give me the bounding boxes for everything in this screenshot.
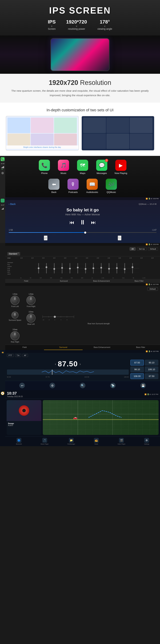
surround-default-button[interactable]: Default	[147, 287, 158, 291]
eq-sec-bass-enh[interactable]: Bass Enhancement	[82, 280, 120, 282]
progress-bar[interactable]	[9, 232, 156, 233]
radio-settings-icon: ⚙	[50, 383, 55, 388]
surround-knobs: 1.5ms Front Left 1.5ms Front Right	[9, 293, 38, 343]
app-item-nowplaying[interactable]: ▶ Now Playing	[111, 158, 130, 176]
radio-freq-prev[interactable]: ‹	[55, 362, 56, 366]
player-layout: 🎵 11:17 📶 🔋18 3:05 PM ‹ Bac	[0, 197, 160, 243]
svg-point-6	[46, 266, 47, 268]
nav-status-wifi: 📶	[144, 394, 146, 395]
radio-rbb-signal[interactable]: 📡	[110, 383, 116, 388]
radio-rbb-back[interactable]: ↩	[19, 383, 25, 388]
radio-rbb-settings[interactable]: ⚙	[50, 383, 55, 388]
carplay-layout: 📞 11:10 4G 📞 Phone 🎵	[0, 156, 160, 197]
app-item-music[interactable]: 🎵 Music	[54, 158, 73, 176]
radio-rbb-save[interactable]: 💾	[140, 383, 146, 388]
eq-tab-setup[interactable]: Set Up	[137, 247, 147, 251]
radio-preset-2[interactable]: 90.10	[145, 360, 158, 366]
svg-text:0: 0	[54, 319, 55, 320]
eq-db-labels: 2.0 2.0 2.0 2.0 2.0 2.0 2.0 2.0 2.0 2.0 …	[16, 257, 158, 259]
nav-bb-music[interactable]: 🎵 Music Player	[41, 438, 49, 445]
ips-title: IPS SCREEN	[4, 5, 156, 16]
nav-music-info: Songo Author	[6, 421, 42, 428]
ui-image-light: Bright color interfaces clearer during t…	[6, 116, 79, 151]
eq-folk: Folk	[7, 268, 16, 269]
app-item-phone[interactable]: 📞 Phone	[35, 158, 54, 176]
knob-rr-label: Rear Right	[11, 341, 19, 343]
eq-preset-bar: Standard ˅	[5, 251, 160, 256]
radio-preset-4[interactable]: 106.10	[145, 366, 158, 372]
knob-front-right: 1.5ms Front Right	[25, 293, 37, 308]
surround-tab-bass-filter[interactable]: Bass Filter	[122, 345, 160, 350]
app-item-qqmusic[interactable]: 🎶 QQMusic	[102, 176, 121, 196]
tablet-mockup	[50, 38, 110, 71]
radio-af-button[interactable]: AF	[22, 354, 28, 357]
eq-tab-default[interactable]: Default	[148, 247, 158, 251]
knob-rear-right: 3.5ms Rear Right	[9, 328, 21, 343]
radio-section: 📻 📶 🔋18 3:07 PM PTT T.A AF ‹ 87.50 ›	[0, 350, 160, 390]
s3	[3, 208, 4, 210]
music-app-label: Music	[60, 172, 66, 174]
knob-ss[interactable]	[12, 312, 18, 318]
radio-ta-button[interactable]: T.A	[15, 354, 21, 357]
app-item-podcasts[interactable]: 🎙 Podcasts	[64, 176, 82, 196]
radio-bottom-bar: ↩ ⚙ 🔍 📡 💾	[5, 381, 160, 390]
radio-rbb-search[interactable]: 🔍	[80, 383, 86, 388]
ui-cell-2	[31, 118, 54, 133]
eq-tab-all[interactable]: All	[130, 247, 136, 251]
player-play-button[interactable]: ⏸	[80, 219, 86, 226]
freq-1k: 1k	[92, 277, 93, 278]
app-item-audiobooks[interactable]: 📖 Audiobooks	[82, 176, 102, 196]
nav-bb-radio[interactable]: 📻 Radio	[94, 438, 99, 445]
radio-preset-5[interactable]: 108.00	[130, 373, 144, 379]
knob-rl[interactable]	[26, 314, 36, 322]
surround-tab-surround[interactable]: Surround	[44, 345, 83, 350]
nav-bb-files[interactable]: 📁 FileManager	[67, 438, 75, 445]
nav-bb-video[interactable]: 🎬 Video Player	[118, 438, 126, 445]
knob-rl-label: Rear Left	[28, 323, 34, 325]
knob-fr[interactable]	[26, 296, 36, 305]
radio-preset-6[interactable]: 87.50	[145, 373, 158, 379]
spec-angle-x: x	[98, 25, 112, 28]
eq-status-battery: 🔋18	[148, 244, 152, 245]
freq-320: 320	[60, 277, 62, 278]
radio-main-area: 📶 🔋18 3:07 PM PTT T.A AF ‹ 87.50 ›	[5, 350, 160, 390]
player-next-button[interactable]: ⏭	[91, 220, 96, 225]
app-item-maps[interactable]: 🗺 Maps	[73, 158, 92, 176]
spec-res-label: resolving power	[66, 28, 87, 30]
eq-layout: 📶 🔋18 3:05 PM All Set Up Default Standar…	[0, 243, 160, 283]
knob-fl[interactable]	[10, 296, 20, 305]
player-prev-button[interactable]: ⏮	[70, 220, 74, 225]
eq-status-time: 3:05 PM	[153, 244, 158, 245]
radio-preset-1[interactable]: 87.50	[130, 360, 144, 366]
radio-layout: 📻 📶 🔋18 3:07 PM PTT T.A AF ‹ 87.50 ›	[0, 350, 160, 390]
eq-sec-field[interactable]: Field	[7, 280, 45, 282]
eq-r2b: R2B	[7, 270, 16, 271]
player-shuffle-button[interactable]: ⇄	[44, 236, 48, 240]
eq-sec-bass-filter[interactable]: Bass Filter	[120, 280, 158, 282]
nav-status-battery: 🔋16	[147, 394, 151, 395]
nav-time-display: 10:37 Tuesday 2022.09.25	[7, 391, 23, 398]
ui-custom-title: In-depth customization of two sets of UI	[4, 108, 156, 112]
radio-freq-next[interactable]: ›	[80, 362, 81, 366]
nav-bb-settings[interactable]: ⚙ Settings	[144, 438, 149, 445]
player-repeat-button[interactable]: ↻	[118, 236, 122, 240]
knob-rr[interactable]	[10, 331, 20, 340]
maps-app-icon: 🗺	[77, 160, 88, 171]
eq-main: All Set Up Default Standard ˅ User 2.0 2…	[5, 246, 160, 283]
radio-preset-3[interactable]: 98.10	[130, 366, 144, 372]
surround-section: 📶 🔋18 3:07 PM Default 1.5ms Front Left	[0, 283, 160, 350]
app-item-back[interactable]: ⬅ Back	[44, 176, 64, 196]
nav-bb-bluetooth[interactable]: 🔵 Bluetooth	[16, 438, 22, 445]
tablet-showcase	[0, 36, 160, 74]
surround-tab-field[interactable]: Field	[5, 345, 44, 350]
radio-ptt-button[interactable]: PTT	[7, 354, 14, 357]
app-item-messages[interactable]: 💬 5 Messages	[92, 158, 111, 176]
spec-angle-label: viewing angle	[98, 28, 112, 30]
eq-sec-surround[interactable]: Surround	[45, 280, 83, 282]
svg-point-10	[61, 267, 63, 269]
player-back-button[interactable]: ‹ Back	[9, 203, 16, 206]
eq-main-area: 📶 🔋18 3:05 PM All Set Up Default Standar…	[5, 243, 160, 283]
signal-bar-3	[3, 166, 3, 168]
surround-tab-bass-enh[interactable]: Bass Enhancement	[82, 345, 122, 350]
nav-bb-music-label: Music Player	[41, 443, 49, 445]
